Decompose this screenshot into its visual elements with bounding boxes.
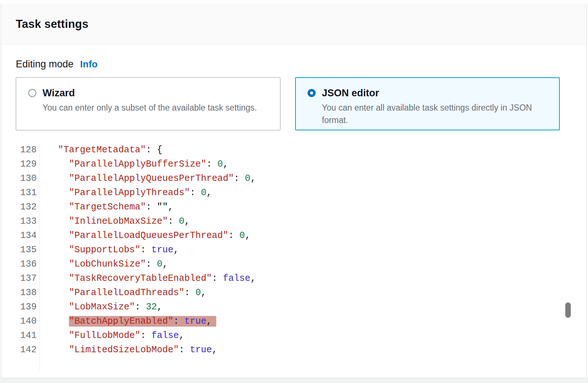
panel-header: Task settings	[1, 4, 587, 45]
code-line-content[interactable]: "ParallelLoadThreads": 0,	[40, 286, 206, 300]
tile-json-editor-label: JSON editor	[322, 87, 549, 99]
line-number: 141	[16, 328, 40, 343]
scrollbar-thumb[interactable]	[565, 302, 571, 318]
tile-wizard[interactable]: Wizard You can enter only a subset of th…	[16, 77, 280, 130]
line-number: 135	[16, 243, 40, 257]
line-number: 134	[16, 228, 40, 243]
line-number: 129	[16, 157, 40, 171]
line-number: 137	[16, 271, 40, 286]
line-number: 140	[16, 314, 40, 328]
page-bottom-strip	[0, 378, 588, 383]
code-line-content[interactable]: "LobChunkSize": 0,	[40, 257, 168, 271]
tile-wizard-description: You can enter only a subset of the avail…	[43, 101, 257, 114]
editing-mode-label: Editing mode	[16, 59, 74, 70]
code-line-content[interactable]	[40, 357, 47, 371]
page-title: Task settings	[16, 18, 88, 31]
code-line-content[interactable]: "TargetSchema": "",	[40, 200, 173, 214]
tile-json-editor-description: You can enter all available task setting…	[322, 101, 549, 126]
line-number: 130	[16, 171, 40, 186]
tile-wizard-text: Wizard You can enter only a subset of th…	[43, 87, 257, 114]
code-line-content[interactable]: "ParallelApplyThreads": 0,	[40, 186, 212, 200]
task-settings-panel: Task settings Editing mode Info Wizard Y…	[1, 4, 587, 378]
code-line[interactable]: 134 "ParallelLoadQueuesPerThread": 0,	[16, 228, 572, 243]
code-line-content[interactable]: "LobMaxSize": 32,	[40, 300, 162, 314]
code-line[interactable]	[16, 357, 572, 371]
highlighted-code: "BatchApplyEnabled": true,	[69, 316, 216, 327]
json-code-editor[interactable]: 128 "TargetMetadata": {129 "ParallelAppl…	[16, 143, 572, 371]
tile-json-editor[interactable]: JSON editor You can enter all available …	[295, 77, 560, 130]
line-number: 132	[16, 200, 40, 214]
code-line[interactable]: 128 "TargetMetadata": {	[16, 143, 572, 157]
info-link[interactable]: Info	[80, 59, 98, 70]
code-line[interactable]: 136 "LobChunkSize": 0,	[16, 257, 572, 271]
code-line-content[interactable]: "LimitedSizeLobMode": true,	[40, 343, 217, 357]
radio-json-editor-selected[interactable]	[308, 89, 316, 97]
code-line-content[interactable]: "FullLobMode": false,	[40, 328, 184, 343]
line-number: 139	[16, 300, 40, 314]
line-number: 142	[16, 343, 40, 357]
code-line-content[interactable]: "ParallelLoadQueuesPerThread": 0,	[40, 228, 250, 243]
line-number	[16, 357, 40, 371]
code-line[interactable]: 142 "LimitedSizeLobMode": true,	[16, 343, 572, 357]
code-line[interactable]: 129 "ParallelApplyBufferSize": 0,	[16, 157, 572, 171]
code-line[interactable]: 131 "ParallelApplyThreads": 0,	[16, 186, 572, 200]
line-number: 131	[16, 186, 40, 200]
radio-wizard-unselected[interactable]	[28, 89, 36, 97]
code-line[interactable]: 141 "FullLobMode": false,	[16, 328, 572, 343]
code-line-content[interactable]: "SupportLobs": true,	[40, 243, 179, 257]
code-line-content[interactable]: "ParallelApplyQueuesPerThread": 0,	[40, 171, 256, 186]
code-line[interactable]: 140 "BatchApplyEnabled": true,	[16, 314, 572, 328]
code-line[interactable]: 137 "TaskRecoveryTableEnabled": false,	[16, 271, 572, 286]
line-number: 133	[16, 214, 40, 228]
code-line[interactable]: 135 "SupportLobs": true,	[16, 243, 572, 257]
line-number: 138	[16, 286, 40, 300]
radio-dot	[310, 92, 313, 94]
code-line-content[interactable]: "InlineLobMaxSize": 0,	[40, 214, 190, 228]
tile-json-editor-text: JSON editor You can enter all available …	[322, 87, 549, 126]
code-line-content[interactable]: "TaskRecoveryTableEnabled": false,	[40, 271, 256, 286]
editing-mode-tiles: Wizard You can enter only a subset of th…	[16, 77, 572, 130]
editing-mode-row: Editing mode Info	[16, 59, 572, 70]
code-line-content[interactable]: "TargetMetadata": {	[40, 143, 162, 157]
code-line[interactable]: 138 "ParallelLoadThreads": 0,	[16, 286, 572, 300]
code-line[interactable]: 139 "LobMaxSize": 32,	[16, 300, 572, 314]
tile-wizard-label: Wizard	[43, 87, 257, 99]
code-line[interactable]: 133 "InlineLobMaxSize": 0,	[16, 214, 572, 228]
panel-body: Editing mode Info Wizard You can enter o…	[1, 59, 587, 371]
line-number: 128	[16, 143, 40, 157]
code-line-content[interactable]: "BatchApplyEnabled": true,	[40, 314, 216, 328]
code-line-content[interactable]: "ParallelApplyBufferSize": 0,	[40, 157, 228, 171]
code-line[interactable]: 132 "TargetSchema": "",	[16, 200, 572, 214]
code-line[interactable]: 130 "ParallelApplyQueuesPerThread": 0,	[16, 171, 572, 186]
line-number: 136	[16, 257, 40, 271]
